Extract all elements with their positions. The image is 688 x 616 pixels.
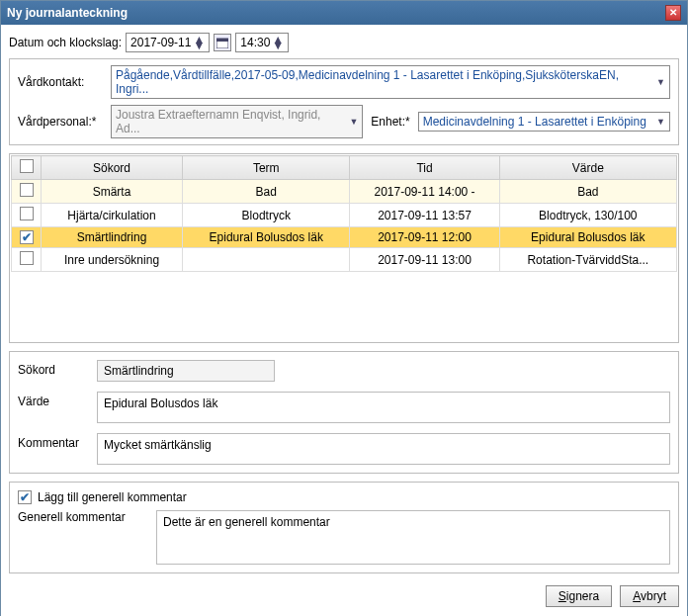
context-panel: Vårdkontakt: Pågående,Vårdtillfälle,2017… bbox=[9, 58, 679, 145]
cell-term: Blodtryck bbox=[183, 204, 350, 227]
cancel-label: vbryt bbox=[641, 589, 666, 603]
cell-tid: 2017-09-11 14:00 - bbox=[350, 180, 499, 204]
dialog-window: Ny journalanteckning ✕ Datum och klocksl… bbox=[0, 0, 688, 616]
cell-varde: Blodtryck, 130/100 bbox=[499, 204, 676, 227]
cell-sokord: Hjärta/cirkulation bbox=[42, 204, 183, 227]
detail-komm-label: Kommentar bbox=[18, 433, 97, 450]
datetime-label: Datum och klockslag: bbox=[9, 36, 122, 49]
cell-tid: 2017-09-11 12:00 bbox=[350, 227, 499, 248]
cell-varde: Epidural Bolusdos läk bbox=[499, 227, 676, 248]
cell-sokord: Inre undersökning bbox=[42, 248, 183, 272]
title-bar: Ny journalanteckning ✕ bbox=[1, 1, 687, 25]
cell-term: Epidural Bolusdos läk bbox=[183, 227, 350, 248]
detail-varde-label: Värde bbox=[18, 392, 97, 408]
time-stepper[interactable]: ▲▼ bbox=[272, 37, 284, 48]
table-row[interactable]: Inre undersökning2017-09-11 13:00Rotatio… bbox=[12, 248, 677, 272]
add-generic-checkbox[interactable]: ✔ bbox=[18, 490, 32, 504]
staff-select[interactable]: Joustra Extraefternamn Enqvist, Ingrid, … bbox=[111, 105, 363, 138]
staff-label: Vårdpersonal:* bbox=[18, 115, 107, 129]
contact-label: Vårdkontakt: bbox=[18, 75, 107, 89]
table-row[interactable]: Hjärta/cirkulationBlodtryck2017-09-11 13… bbox=[12, 204, 677, 227]
time-input[interactable]: 14:30 ▲▼ bbox=[235, 33, 289, 52]
col-tid[interactable]: Tid bbox=[350, 156, 499, 180]
detail-komm-input[interactable]: Mycket smärtkänslig bbox=[97, 433, 670, 465]
date-value: 2017-09-11 bbox=[130, 36, 191, 49]
contact-select[interactable]: Pågående,Vårdtillfälle,2017-05-09,Medici… bbox=[111, 65, 670, 99]
cell-varde: Bad bbox=[499, 180, 676, 204]
row-checkbox[interactable]: ✔ bbox=[20, 230, 34, 244]
svg-rect-1 bbox=[216, 39, 228, 42]
time-value: 14:30 bbox=[240, 36, 270, 49]
cell-varde: Rotation-TvärviddSta... bbox=[499, 248, 676, 272]
row-checkbox[interactable] bbox=[20, 183, 34, 197]
generic-panel: ✔ Lägg till generell kommentar Generell … bbox=[9, 482, 679, 573]
sign-label: ignera bbox=[566, 589, 599, 603]
col-term[interactable]: Term bbox=[183, 156, 350, 180]
col-sokord[interactable]: Sökord bbox=[42, 156, 183, 180]
cell-term: Bad bbox=[183, 180, 350, 204]
observations-table: Sökord Term Tid Värde SmärtaBad2017-09-1… bbox=[11, 155, 677, 272]
detail-panel: Sökord Smärtlindring Värde Epidural Bolu… bbox=[9, 351, 679, 474]
table-row[interactable]: SmärtaBad2017-09-11 14:00 -Bad bbox=[12, 180, 677, 204]
row-checkbox[interactable] bbox=[20, 251, 34, 265]
chevron-down-icon: ▼ bbox=[656, 117, 665, 127]
dialog-title: Ny journalanteckning bbox=[7, 6, 128, 20]
footer: Signera Avbryt bbox=[9, 581, 679, 609]
add-generic-label: Lägg till generell kommentar bbox=[38, 490, 187, 504]
detail-varde-input[interactable]: Epidural Bolusdos läk bbox=[97, 392, 670, 423]
table-empty-area bbox=[11, 272, 677, 341]
chevron-down-icon: ▼ bbox=[656, 77, 665, 87]
chevron-down-icon: ▼ bbox=[349, 117, 358, 127]
col-varde[interactable]: Värde bbox=[499, 156, 676, 180]
unit-select[interactable]: Medicinavdelning 1 - Lasarettet i Enköpi… bbox=[418, 112, 670, 132]
col-check[interactable] bbox=[12, 156, 42, 180]
generic-comment-input[interactable]: Dette är en generell kommentar bbox=[156, 510, 670, 565]
generic-comment-label: Generell kommentar bbox=[18, 510, 146, 524]
cell-tid: 2017-09-11 13:00 bbox=[350, 248, 499, 272]
detail-sokord-label: Sökord bbox=[18, 360, 97, 377]
cancel-button[interactable]: Avbryt bbox=[620, 585, 679, 607]
cell-sokord: Smärta bbox=[42, 180, 183, 204]
unit-label: Enhet:* bbox=[371, 115, 409, 129]
contact-value: Pågående,Vårdtillfälle,2017-05-09,Medici… bbox=[116, 68, 650, 96]
date-stepper[interactable]: ▲▼ bbox=[193, 37, 205, 48]
row-checkbox[interactable] bbox=[20, 207, 34, 220]
unit-value: Medicinavdelning 1 - Lasarettet i Enköpi… bbox=[423, 115, 646, 129]
observations-panel: Sökord Term Tid Värde SmärtaBad2017-09-1… bbox=[9, 153, 679, 343]
cell-tid: 2017-09-11 13:57 bbox=[350, 204, 499, 227]
staff-value: Joustra Extraefternamn Enqvist, Ingrid, … bbox=[116, 108, 343, 135]
sign-button[interactable]: Signera bbox=[546, 585, 612, 607]
cell-sokord: Smärtlindring bbox=[42, 227, 183, 248]
table-row[interactable]: ✔SmärtlindringEpidural Bolusdos läk2017-… bbox=[12, 227, 677, 248]
detail-sokord-value: Smärtlindring bbox=[97, 360, 275, 382]
close-icon[interactable]: ✕ bbox=[665, 5, 681, 21]
check-all[interactable] bbox=[20, 159, 34, 173]
date-input[interactable]: 2017-09-11 ▲▼ bbox=[126, 33, 210, 52]
calendar-icon[interactable] bbox=[214, 34, 231, 51]
cell-term bbox=[183, 248, 350, 272]
